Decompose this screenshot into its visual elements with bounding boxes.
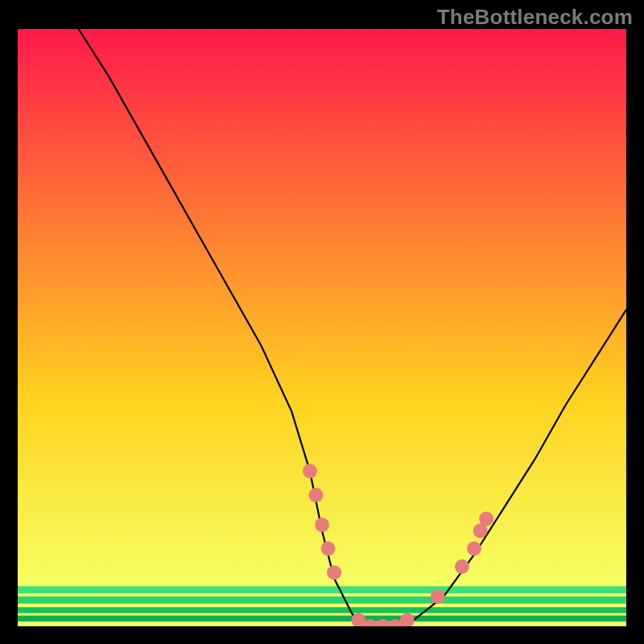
highlight-dot xyxy=(455,559,469,574)
highlight-dot xyxy=(400,613,415,628)
highlight-dot xyxy=(321,542,336,556)
highlight-dot xyxy=(431,589,445,604)
plot-area xyxy=(18,29,626,634)
highlight-dot xyxy=(479,511,493,526)
highlight-dot xyxy=(327,565,341,580)
highlight-dot xyxy=(308,488,323,502)
highlight-dot xyxy=(315,518,329,532)
highlight-dot xyxy=(467,542,481,556)
chart-frame: TheBottleneck.com xyxy=(0,0,644,644)
highlight-dot xyxy=(303,464,317,478)
green-band-1 xyxy=(18,586,626,593)
bottleneck-chart xyxy=(0,0,644,644)
watermark-text: TheBottleneck.com xyxy=(437,5,633,30)
green-band-3 xyxy=(18,607,626,613)
green-band-4 xyxy=(18,616,626,621)
green-band-2 xyxy=(18,597,626,604)
gradient-background xyxy=(18,29,626,626)
